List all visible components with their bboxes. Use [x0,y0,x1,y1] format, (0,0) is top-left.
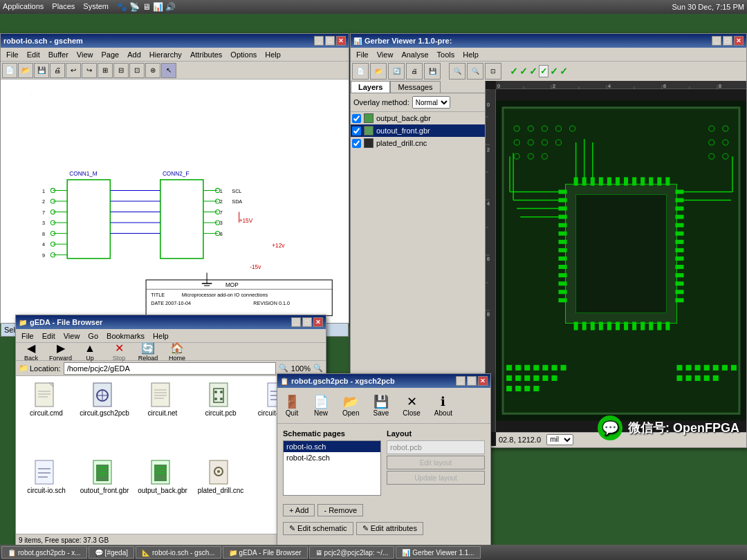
fb-menu-bookmarks[interactable]: Bookmarks [102,330,149,342]
fb-item-circuit-cmd[interactable]: circuit.cmd [19,379,74,454]
tab-layers[interactable]: Layers [351,81,390,93]
pcb-view[interactable] [496,89,746,432]
gerber-menu-analyse[interactable]: Analyse [397,49,432,60]
check4-active[interactable]: ✓ [539,65,548,77]
gerber-zoomin-btn[interactable]: 🔍 [449,63,465,80]
fb-item-output-back[interactable]: output_back.gbr [135,456,190,531]
redo-btn[interactable]: ↪ [82,63,97,78]
remove-btn[interactable]: - Remove [317,504,363,516]
taskbar-btn-terminal[interactable]: 🖥 pcjc2@pcjc2lap: ~/... [309,546,395,559]
check5[interactable]: ✓ [550,66,558,77]
zoom-in-icon[interactable]: 🔍 [313,364,323,373]
gschem-menu-file[interactable]: File [2,49,23,60]
fb-stop-btn[interactable]: ✕ Stop [105,342,133,362]
taskbar-system[interactable]: System [83,2,109,12]
gerber-minimize-btn[interactable]: _ [712,36,721,46]
undo-btn[interactable]: ↩ [66,63,81,78]
pcjc2-about-btn[interactable]: ℹ About [430,393,456,418]
fb-up-btn[interactable]: ▲ Up [76,342,104,362]
overlay-select[interactable]: Normal Merge [412,96,450,109]
check6[interactable]: ✓ [560,66,568,77]
fb-maximize-btn[interactable]: □ [302,317,312,327]
fb-menu-edit[interactable]: Edit [38,330,59,342]
new-btn[interactable]: 📄 [2,63,17,78]
check3[interactable]: ✓ [529,66,537,77]
select-btn[interactable]: ↖ [161,63,176,78]
taskbar-apps[interactable]: Applications [3,2,44,12]
gerber-zoomfit-btn[interactable]: ⊡ [485,63,501,80]
schematic-pages-list[interactable]: robot-io.sch robot-i2c.sch [283,440,381,496]
gschem-menu-attributes[interactable]: Attributes [186,49,226,60]
gschem-maximize-btn[interactable]: □ [325,36,335,46]
gschem-menu-hierarchy[interactable]: Hierarchy [145,49,186,60]
fb-forward-btn[interactable]: ▶ Forward [46,342,75,362]
copy-btn[interactable]: ⊞ [98,63,113,78]
taskbar-places[interactable]: Places [52,2,75,12]
fb-home-btn[interactable]: 🏠 Home [163,342,191,362]
gschem-menu-buffer[interactable]: Buffer [44,49,73,60]
check2[interactable]: ✓ [519,66,528,77]
gschem-minimize-btn[interactable]: _ [314,36,324,46]
pcjc2-save-btn[interactable]: 💾 Save [369,393,393,418]
fb-menu-view[interactable]: View [59,330,84,342]
edit-schematic-btn[interactable]: ✎ Edit schematic [283,522,353,535]
save-btn[interactable]: 💾 [34,63,49,78]
gschem-menu-page[interactable]: Page [98,49,124,60]
check1[interactable]: ✓ [510,66,518,77]
gschem-menu-options[interactable]: Options [226,49,261,60]
fb-item-plated-drill[interactable]: plated_drill.cnc [193,456,248,531]
page-item-robot-i2c[interactable]: robot-i2c.sch [284,452,380,463]
layer-row-1[interactable]: output_back.gbr [351,112,485,124]
taskbar-btn-gschem[interactable]: 📐 robot-io.sch - gsch... [136,546,221,559]
rotate-btn[interactable]: ⊡ [129,63,145,78]
edit-attributes-btn[interactable]: ✎ Edit attributes [356,522,423,535]
gschem-canvas[interactable]: CONN1_M 1 2 7 3 8 4 [1,80,349,323]
gerber-menu-file[interactable]: File [352,49,373,60]
gerber-menu-tools[interactable]: Tools [433,49,459,60]
fb-minimize-btn[interactable]: _ [291,317,301,327]
gerber-export-btn[interactable]: 💾 [424,63,441,80]
fb-item-outout-front[interactable]: outout_front.gbr [77,456,132,531]
gerber-close-btn[interactable]: ✕ [734,36,744,46]
layer-row-3[interactable]: plated_drill.cnc [351,137,485,149]
fb-item-circuit-io[interactable]: circuit-io.sch [19,456,74,531]
edit-layout-btn[interactable]: Edit layout [387,456,485,469]
print-btn[interactable]: 🖨 [50,63,65,78]
fb-back-btn[interactable]: ◀ Back [17,342,45,362]
tab-messages[interactable]: Messages [390,81,440,93]
open-btn[interactable]: 📂 [18,63,33,78]
layer-1-checkbox[interactable] [352,114,361,123]
fb-menu-file[interactable]: File [17,330,38,342]
gerber-menu-view[interactable]: View [373,49,398,60]
pcjc2-new-btn[interactable]: 📄 New [309,393,333,418]
fb-item-circuit-net[interactable]: circuit.net [135,379,190,454]
taskbar-btn-geda[interactable]: 💬 [#geda] [89,546,134,559]
gschem-menu-help[interactable]: Help [261,49,285,60]
taskbar-btn-gerber[interactable]: 📊 Gerber Viewer 1.1... [396,546,480,559]
fb-menu-go[interactable]: Go [84,330,102,342]
fb-close-btn[interactable]: ✕ [313,317,323,327]
gerber-open-btn[interactable]: 📂 [370,63,387,80]
pcjc2-quit-btn[interactable]: 🚪 Quit [280,393,304,418]
taskbar-btn-pcjc2[interactable]: 📋 robot.gsch2pcb - x... [1,546,87,559]
gschem-menu-view[interactable]: View [73,49,98,60]
pcjc2-maximize-btn[interactable]: □ [467,376,477,386]
mirror-btn[interactable]: ⊟ [113,63,129,78]
gerber-new-btn[interactable]: 📄 [352,63,369,80]
layout-file-input[interactable] [387,440,485,454]
update-layout-btn[interactable]: Update layout [387,471,485,485]
gerber-menu-help[interactable]: Help [459,49,483,60]
fb-menu-help[interactable]: Help [149,330,173,342]
gerber-maximize-btn[interactable]: □ [723,36,732,46]
gerber-print-btn[interactable]: 🖨 [406,63,423,80]
gschem-menu-add[interactable]: Add [123,49,145,60]
fb-item-circuit-pcb[interactable]: circuit.pcb [193,379,248,454]
add-btn[interactable]: + Add [283,504,315,516]
pcjc2-open-btn[interactable]: 📂 Open [338,393,363,418]
layer-row-2[interactable]: outout_front.gbr [351,124,485,137]
pcjc2-close-btn[interactable]: ✕ Close [398,393,425,418]
location-input[interactable] [64,362,276,375]
layer-3-checkbox[interactable] [352,139,361,148]
zoom-btn[interactable]: ⊛ [145,63,160,78]
pcjc2-close-btn[interactable]: ✕ [478,376,488,386]
